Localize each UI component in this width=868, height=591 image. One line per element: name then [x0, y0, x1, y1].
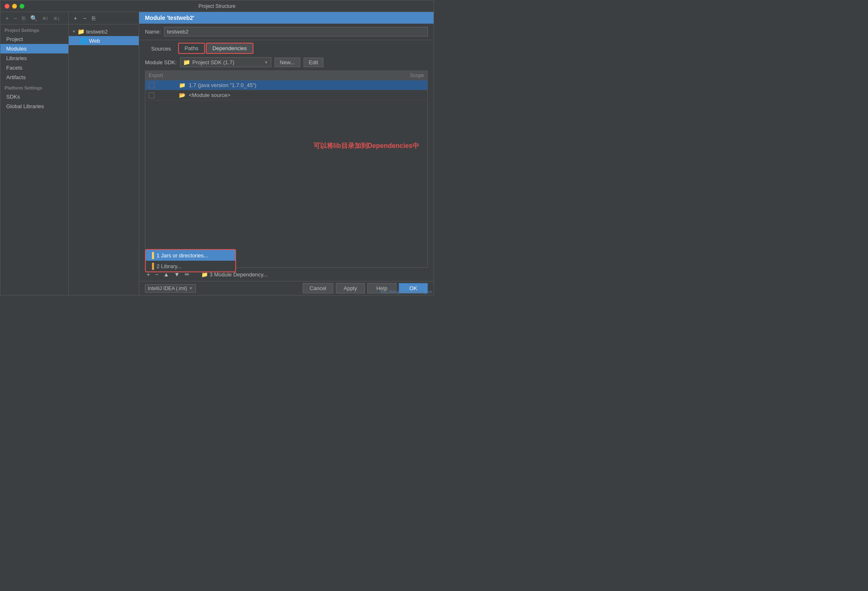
add-popup-menu: ▐ 1 Jars or directories... ▐ 2 Library..…: [145, 249, 236, 272]
intellij-selector-text: IntelliJ IDEA (.iml): [148, 286, 187, 291]
export-col-header: Export: [149, 73, 178, 78]
dep-module-icon: 📂: [179, 92, 186, 98]
tree-content: ▼ 📁 testweb2 🌐 Web: [69, 24, 139, 48]
sort-desc-button[interactable]: ≡↓: [52, 14, 62, 22]
sidebar-item-modules[interactable]: Modules: [0, 44, 68, 53]
sdk-folder-icon: 📁: [183, 59, 190, 65]
dep-row-module-source[interactable]: 📂 <Module source>: [145, 90, 427, 100]
deps-body: 📁 1.7 (java version "1.7.0_45") 📂 <Modul…: [145, 80, 427, 267]
tree-remove-button[interactable]: −: [81, 14, 88, 22]
title-bar: Project Structure: [0, 0, 434, 12]
sidebar-item-libraries[interactable]: Libraries: [0, 53, 68, 63]
bottom-area: ▐ 1 Jars or directories... ▐ 2 Library..…: [139, 268, 434, 295]
traffic-lights: [5, 4, 24, 9]
dep-jdk-label: 1.7 (java version "1.7.0_45"): [189, 82, 424, 88]
sdk-new-button[interactable]: New...: [275, 58, 300, 67]
dropdown-arrow-icon: ▼: [264, 60, 268, 65]
right-panel: Module 'testweb2' Name: Sources Paths De…: [139, 12, 434, 295]
tree-panel: + − ⎘ ▼ 📁 testweb2 🌐 Web: [69, 12, 139, 295]
name-input[interactable]: [164, 27, 428, 36]
annotation-text: 可以将lib目录加到Dependencies中: [313, 142, 419, 150]
intellij-selector[interactable]: IntelliJ IDEA (.iml) ▼: [145, 284, 196, 293]
watermark-text: http://blog.csdn.net/little_zm: [381, 290, 432, 294]
dep-row-jdk[interactable]: 📁 1.7 (java version "1.7.0_45"): [145, 80, 427, 90]
dep-jdk-icon: 📁: [179, 82, 186, 88]
sdk-value: Project SDK (1.7): [193, 59, 262, 65]
tabs-row: Sources Paths Dependencies: [139, 40, 434, 54]
folder-icon: 📁: [77, 28, 84, 35]
dep-checkbox-module[interactable]: [149, 92, 154, 98]
tree-toolbar: + − ⎘: [69, 12, 139, 24]
module-header: Module 'testweb2': [139, 12, 434, 24]
annotation-area: 可以将lib目录加到Dependencies中: [145, 100, 427, 183]
sdk-row: Module SDK: 📁 Project SDK (1.7) ▼ New...…: [139, 54, 434, 70]
popup-item-jars[interactable]: ▐ 1 Jars or directories...: [146, 250, 235, 261]
add-button[interactable]: +: [4, 14, 10, 22]
dependencies-table: Export Scope 📁 1.7 (java version "1.7.0_…: [145, 70, 428, 268]
sidebar-item-project[interactable]: Project: [0, 34, 68, 44]
close-button[interactable]: [5, 4, 10, 9]
sdk-dropdown[interactable]: 📁 Project SDK (1.7) ▼: [180, 57, 271, 67]
tree-web-label: Web: [89, 38, 100, 44]
project-settings-header: Project Settings: [0, 24, 68, 34]
sdk-edit-button[interactable]: Edit: [304, 58, 323, 67]
name-label: Name:: [145, 29, 161, 35]
tree-root-item[interactable]: ▼ 📁 testweb2: [69, 27, 139, 36]
popup-library-label: 2 Library...: [157, 263, 181, 269]
dep-checkbox-jdk[interactable]: [149, 82, 154, 88]
popup-jars-icon: ▐: [150, 252, 154, 259]
minimize-button[interactable]: [12, 4, 17, 9]
dep-module-label: <Module source>: [189, 92, 424, 98]
tree-add-button[interactable]: +: [72, 14, 79, 22]
sidebar-toolbar: + − ⎘ 🔍 ≡↑ ≡↓: [0, 12, 68, 24]
search-button[interactable]: 🔍: [29, 14, 39, 22]
name-col-header: [178, 73, 391, 78]
sidebar-item-global-libraries[interactable]: Global Libraries: [0, 102, 68, 111]
popup-library-icon: ▐: [150, 263, 154, 269]
sdk-label: Module SDK:: [145, 59, 177, 65]
name-row: Name:: [139, 24, 434, 40]
tab-sources[interactable]: Sources: [145, 44, 177, 53]
remove-button[interactable]: −: [12, 14, 19, 22]
sidebar-item-artifacts[interactable]: Artifacts: [0, 73, 68, 82]
tree-arrow-icon: ▼: [72, 29, 76, 34]
popup-item-library[interactable]: ▐ 2 Library...: [146, 261, 235, 271]
intellij-dropdown-arrow: ▼: [189, 286, 193, 291]
scope-col-header: Scope: [391, 73, 424, 78]
maximize-button[interactable]: [19, 4, 24, 9]
tree-copy-button[interactable]: ⎘: [90, 14, 97, 22]
sidebar: + − ⎘ 🔍 ≡↑ ≡↓ Project Settings Project M…: [0, 12, 69, 295]
tab-dependencies[interactable]: Dependencies: [206, 43, 253, 54]
copy-button[interactable]: ⎘: [20, 14, 27, 22]
tree-root-label: testweb2: [86, 29, 108, 35]
tree-web-item[interactable]: 🌐 Web: [69, 36, 139, 45]
main-content: + − ⎘ 🔍 ≡↑ ≡↓ Project Settings Project M…: [0, 12, 434, 295]
deps-table-header: Export Scope: [145, 71, 427, 80]
sidebar-item-sdks[interactable]: SDKs: [0, 92, 68, 102]
sidebar-item-facets[interactable]: Facets: [0, 63, 68, 73]
main-window: Project Structure + − ⎘ 🔍 ≡↑ ≡↓ Project …: [0, 0, 434, 296]
popup-jars-label: 1 Jars or directories...: [157, 252, 208, 259]
apply-button[interactable]: Apply: [336, 283, 365, 293]
platform-settings-header: Platform Settings: [0, 82, 68, 92]
tab-paths[interactable]: Paths: [178, 43, 205, 54]
window-title: Project Structure: [198, 3, 235, 9]
sort-asc-button[interactable]: ≡↑: [41, 14, 50, 22]
web-folder-icon: 🌐: [80, 37, 87, 44]
bottom-bar-left: IntelliJ IDEA (.iml) ▼: [145, 284, 196, 293]
cancel-button[interactable]: Cancel: [303, 283, 333, 293]
